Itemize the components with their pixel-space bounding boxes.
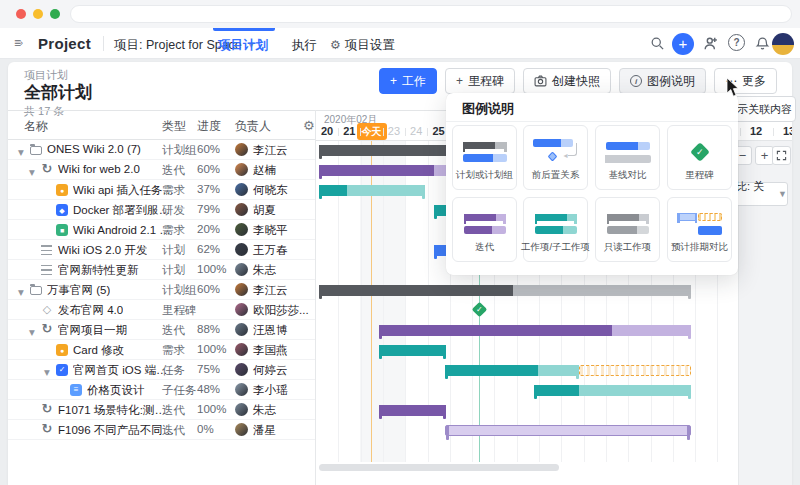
bar-bracket-left [446, 426, 449, 440]
tab-project-plan[interactable]: 项目计划 [218, 37, 268, 54]
task-name[interactable]: 价格页设计 [87, 383, 145, 398]
gantt-bar[interactable] [319, 185, 425, 196]
legend-button[interactable]: i图例说明 [619, 68, 706, 94]
plus-icon: + [456, 74, 463, 88]
bar-bracket-left [379, 325, 382, 339]
table-row[interactable]: ◇发布官网 4.0里程碑欧阳莎莎... [8, 300, 315, 320]
avatar [235, 243, 248, 256]
task-name[interactable]: Docker 部署到服务器 [73, 203, 176, 218]
estimated-range-bar[interactable] [579, 365, 691, 376]
avatar [235, 223, 248, 236]
fullscreen-icon[interactable] [772, 146, 791, 165]
table-row[interactable]: ▾✓官网首页 iOS 端修改任务75%何婷云 [8, 360, 315, 380]
gantt-bar-segment [379, 345, 446, 356]
iteration-icon: ↻ [41, 162, 53, 174]
table-row[interactable]: ●Wiki api 插入任务卡片需求37%何晓东 [8, 180, 315, 200]
add-work-button[interactable]: +工作 [379, 68, 437, 94]
task-type: 需求 [162, 183, 185, 198]
invite-member-icon[interactable] [701, 34, 719, 52]
tab-project-settings[interactable]: ⚙项目设置 [330, 37, 395, 54]
help-icon[interactable]: ? [728, 34, 745, 51]
legend-item-milestone: ✓里程碑 [667, 125, 732, 190]
bar-bracket-left [445, 365, 448, 379]
task-name[interactable]: 官网首页 iOS 端修改 [73, 363, 176, 378]
horizontal-scrollbar-thumb[interactable] [319, 464, 559, 471]
table-row[interactable]: Wiki iOS 2.0 开发计划62%王万春 [8, 240, 315, 260]
window-zoom-button[interactable] [50, 9, 60, 19]
gantt-bar[interactable] [445, 365, 579, 376]
folder-icon [30, 286, 42, 295]
col-name: 名称 [24, 118, 48, 135]
active-tab-indicator [213, 28, 275, 31]
avatar [235, 323, 248, 336]
gantt-bar[interactable] [319, 285, 691, 296]
table-row[interactable]: ▾↻Wiki for web 2.0迭代60%赵楠 [8, 160, 315, 180]
task-type: 计划 [162, 263, 185, 278]
task-progress: 37% [197, 183, 220, 195]
table-row[interactable]: ▾ONES Wiki 2.0 (7)计划组60%李江云 [8, 140, 315, 160]
plan-icon [41, 265, 52, 275]
tab-execute[interactable]: 执行 [292, 37, 317, 54]
milestone-marker[interactable]: ✓ [471, 302, 487, 318]
url-bar[interactable] [70, 5, 792, 23]
top-navbar: ≡› Project 项目: Project for Space ▼ 项目计划 … [0, 28, 800, 59]
legend-item-label: 里程碑 [685, 169, 714, 182]
iteration-icon: ↻ [41, 322, 53, 334]
notification-bell-icon[interactable] [753, 34, 771, 52]
task-name[interactable]: F1071 场景特化:测试结果... [58, 403, 176, 418]
caret-icon[interactable]: ▾ [18, 285, 24, 299]
task-name[interactable]: F1096 不同产品不同license [58, 423, 176, 438]
caret-icon[interactable]: ▾ [44, 365, 50, 379]
gantt-bar-segment [319, 185, 347, 196]
search-icon[interactable] [648, 34, 666, 52]
task-name[interactable]: 官网项目一期 [58, 323, 127, 338]
gantt-bar[interactable] [534, 385, 691, 396]
sidebar-expand-icon[interactable]: ≡› [14, 36, 30, 50]
task-assignee: 李江云 [253, 143, 288, 158]
gantt-bar[interactable] [379, 345, 446, 356]
gantt-bar-segment [319, 285, 513, 296]
task-progress: 100% [197, 343, 226, 355]
window-minimize-button[interactable] [33, 9, 43, 19]
task-progress: 48% [197, 383, 220, 395]
table-row[interactable]: ↻F1096 不同产品不同license迭代0%潘星 [8, 420, 315, 440]
task-name[interactable]: Wiki api 插入任务卡片 [73, 183, 176, 198]
legend-item-label: 计划或计划组 [456, 169, 513, 182]
task-name[interactable]: Wiki iOS 2.0 开发 [58, 243, 147, 258]
col-progress: 进度 [197, 118, 221, 135]
caret-icon[interactable]: ▾ [18, 145, 24, 159]
bar-bracket-left [434, 205, 437, 219]
table-row[interactable]: ≡价格页设计子任务48%李小瑶 [8, 380, 315, 400]
table-row[interactable]: ■Wiki Android 2.1 开发需求20%李晓平 [8, 220, 315, 240]
gantt-bar[interactable] [379, 405, 446, 416]
legend-item-dependency: ◂前后置关系 [523, 125, 588, 190]
legend-item-baseline: 基线对比 [595, 125, 660, 190]
create-button[interactable]: + [672, 33, 694, 55]
legend-graphic-baseline [596, 135, 659, 169]
table-row[interactable]: ◆Docker 部署到服务器研发79%胡夏 [8, 200, 315, 220]
task-name[interactable]: Wiki for web 2.0 [58, 163, 140, 175]
task-name[interactable]: Wiki Android 2.1 开发 [73, 223, 176, 238]
story-icon: ● [56, 184, 68, 196]
caret-icon[interactable]: ▾ [29, 165, 35, 179]
task-name[interactable]: 万事官网 (5) [47, 283, 110, 298]
table-row[interactable]: ▾万事官网 (5)计划组60%李江云 [8, 280, 315, 300]
create-snapshot-button[interactable]: 创建快照 [523, 68, 611, 94]
task-name[interactable]: ONES Wiki 2.0 (7) [47, 143, 141, 155]
table-row[interactable]: ●Card 修改需求100%李国燕 [8, 340, 315, 360]
user-avatar[interactable] [772, 33, 794, 55]
gantt-bar[interactable] [379, 325, 691, 336]
task-name[interactable]: 发布官网 4.0 [58, 303, 123, 318]
window-close-button[interactable] [16, 9, 26, 19]
gantt-bar[interactable] [445, 425, 691, 436]
table-row[interactable]: ▾↻官网项目一期迭代88%汪恩博 [8, 320, 315, 340]
table-row[interactable]: ↻F1071 场景特化:测试结果...迭代100%朱志 [8, 400, 315, 420]
more-button[interactable]: ⋯更多 [714, 68, 777, 94]
column-settings-gear-icon[interactable]: ⚙ [303, 118, 315, 133]
add-milestone-button[interactable]: +里程碑 [445, 68, 515, 94]
task-name[interactable]: 官网新特性更新 [58, 263, 139, 278]
task-progress: 75% [197, 363, 220, 375]
caret-icon[interactable]: ▾ [29, 325, 35, 339]
table-row[interactable]: 官网新特性更新计划100%朱志 [8, 260, 315, 280]
task-name[interactable]: Card 修改 [73, 343, 124, 358]
